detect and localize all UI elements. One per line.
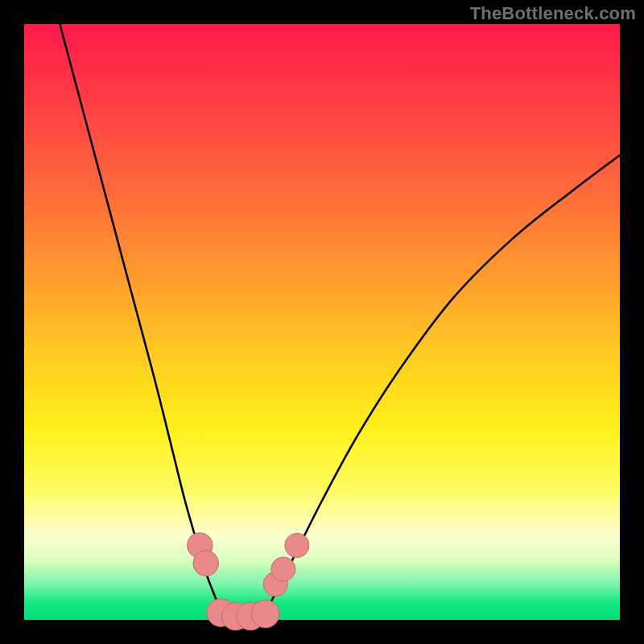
right-marker-mid xyxy=(271,557,295,581)
curve-layer xyxy=(60,24,620,617)
chart-frame: TheBottleneck.com xyxy=(0,0,644,644)
left-bottleneck-curve xyxy=(60,24,224,617)
floor-marker-d xyxy=(251,600,279,628)
chart-svg xyxy=(0,0,644,644)
marker-layer xyxy=(187,533,309,630)
left-marker-lower xyxy=(193,551,219,576)
right-marker-upper xyxy=(285,533,309,557)
right-bottleneck-curve xyxy=(262,155,620,617)
